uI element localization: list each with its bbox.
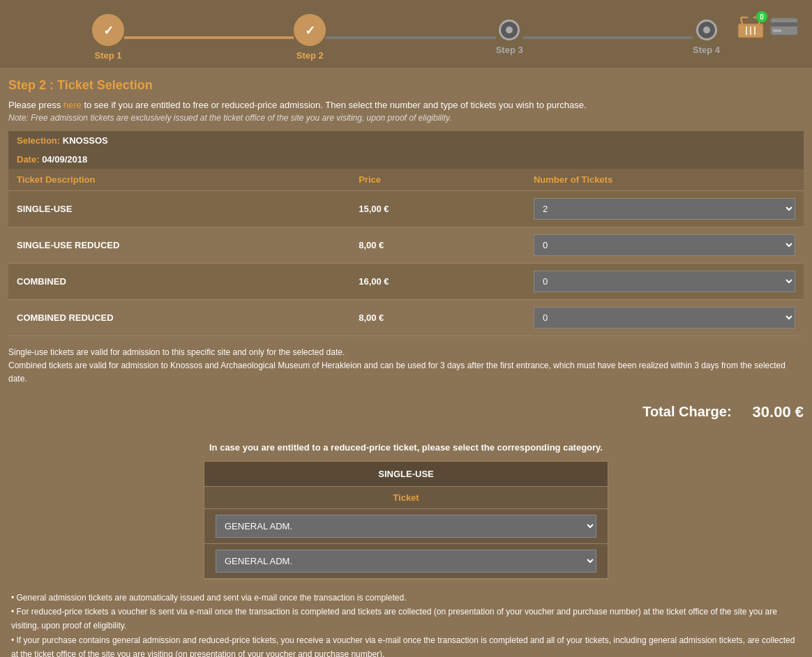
- info-text-prefix: Please press: [8, 100, 63, 110]
- step-1-label: Step 1: [94, 50, 121, 61]
- bullet-notes: • General admission tickets are automati…: [8, 591, 804, 657]
- ticket-description-2: COMBINED: [8, 264, 350, 300]
- progress-track: Step 1 Step 2 Step 3 Step 4: [92, 14, 720, 61]
- step-line-1-2: [124, 36, 294, 39]
- footer-note-2: Combined tickets are valid for admission…: [8, 359, 804, 386]
- table-row: SINGLE-USE REDUCED 8,00 € 0 1 2 3: [8, 227, 804, 264]
- step-1-wrapper: Step 1: [92, 14, 124, 61]
- step-2-label: Step 2: [296, 50, 324, 61]
- date-cell: Date: 04/09/2018: [8, 150, 804, 169]
- step-1-check-icon: [103, 22, 114, 38]
- step-3-circle: [499, 20, 520, 40]
- bullet-note-1: • General admission tickets are automati…: [11, 591, 801, 605]
- total-charge-value: 30.00 €: [753, 403, 804, 421]
- table-row: COMBINED REDUCED 8,00 € 0 1 2 3: [8, 300, 804, 336]
- reduced-notice: In case you are entitled to a reduced-pr…: [8, 442, 804, 453]
- step-2-check-icon: [305, 22, 315, 38]
- progress-bar-section: Step 1 Step 2 Step 3 Step 4: [0, 0, 812, 68]
- selection-label: Selection:: [17, 135, 60, 146]
- svg-rect-6: [773, 29, 781, 32]
- top-right-icons: 0: [737, 14, 798, 41]
- table-row: SINGLE-USE 15,00 € 2 0 1 3 4 5: [8, 191, 804, 227]
- table-row: COMBINED 16,00 € 0 1 2 3: [8, 264, 804, 300]
- step-3-inner: [506, 27, 513, 33]
- bullet-note-3: • If your purchase contains general admi…: [11, 633, 801, 657]
- ticket-qty-cell-2: 0 1 2 3: [525, 264, 804, 300]
- info-text: Please press here to see if you are enti…: [8, 100, 804, 110]
- category-select-row-1: GENERAL ADM. REDUCED FREE: [204, 544, 608, 579]
- total-charge-row: Total Charge: 30.00 €: [8, 396, 804, 428]
- here-link[interactable]: here: [63, 100, 82, 110]
- step-4-wrapper: Step 4: [693, 20, 720, 55]
- page-title: Step 2 : Ticket Selection: [8, 78, 804, 93]
- ticket-price-2: 16,00 €: [350, 264, 525, 300]
- ticket-price-0: 15,00 €: [350, 191, 525, 227]
- card-icon: [770, 16, 798, 39]
- col-header-price: Price: [350, 169, 525, 191]
- col-header-row: Ticket Description Price Number of Ticke…: [8, 169, 804, 191]
- selection-value: KNOSSOS: [63, 135, 108, 146]
- step-3-label: Step 3: [496, 45, 523, 55]
- bullet-note-2: • For reduced-price tickets a voucher is…: [11, 605, 801, 633]
- category-select-1[interactable]: GENERAL ADM. REDUCED FREE: [216, 550, 596, 573]
- selection-row: Selection: KNOSSOS: [8, 131, 804, 150]
- ticket-description-0: SINGLE-USE: [8, 191, 350, 227]
- ticket-description-1: SINGLE-USE REDUCED: [8, 227, 350, 264]
- step-4-inner: [703, 27, 710, 33]
- ticket-table: Selection: KNOSSOS Date: 04/09/2018 Tick…: [8, 131, 804, 336]
- col-header-quantity: Number of Tickets: [525, 169, 804, 191]
- main-content: Step 2 : Ticket Selection Please press h…: [0, 68, 812, 657]
- footer-notes: Single-use tickets are valid for admissi…: [8, 346, 804, 386]
- ticket-qty-cell-0: 2 0 1 3 4 5: [525, 191, 804, 227]
- step-4-circle: [696, 20, 717, 40]
- date-row: Date: 04/09/2018: [8, 150, 804, 169]
- basket-icon-wrapper[interactable]: 0: [737, 14, 765, 41]
- category-box-ticket-label: Ticket: [204, 487, 608, 509]
- step-2-circle: [294, 14, 326, 46]
- step-2-wrapper: Step 2: [294, 14, 326, 61]
- step-4-label: Step 4: [693, 45, 720, 55]
- ticket-price-3: 8,00 €: [350, 300, 525, 336]
- category-select-0[interactable]: GENERAL ADM. REDUCED FREE: [216, 515, 596, 538]
- credit-card-icon: [770, 16, 798, 37]
- svg-rect-5: [771, 22, 797, 27]
- step-line-2-3: [326, 36, 495, 39]
- selection-cell: Selection: KNOSSOS: [8, 131, 804, 150]
- step-3-wrapper: Step 3: [496, 20, 523, 55]
- ticket-qty-select-2[interactable]: 0 1 2 3: [534, 271, 795, 292]
- total-charge-label: Total Charge:: [642, 404, 731, 420]
- col-header-description: Ticket Description: [8, 169, 350, 191]
- basket-count-badge: 0: [756, 11, 767, 22]
- date-value: 04/09/2018: [42, 154, 87, 165]
- ticket-qty-cell-3: 0 1 2 3: [525, 300, 804, 336]
- ticket-qty-cell-1: 0 1 2 3: [525, 227, 804, 264]
- step-1-circle: [92, 14, 124, 46]
- date-label: Date:: [17, 154, 40, 165]
- category-box: SINGLE-USE Ticket GENERAL ADM. REDUCED F…: [204, 461, 608, 580]
- category-box-header: SINGLE-USE: [204, 462, 608, 487]
- ticket-qty-select-1[interactable]: 0 1 2 3: [534, 234, 795, 256]
- info-text-suffix: to see if you are entitled to free or re…: [82, 100, 587, 110]
- ticket-qty-select-3[interactable]: 0 1 2 3: [534, 307, 795, 328]
- footer-note-1: Single-use tickets are valid for admissi…: [8, 346, 804, 359]
- ticket-qty-select-0[interactable]: 2 0 1 3 4 5: [534, 198, 795, 220]
- step-line-3-4: [523, 36, 693, 39]
- ticket-description-3: COMBINED REDUCED: [8, 300, 350, 336]
- ticket-price-1: 8,00 €: [350, 227, 525, 264]
- category-select-row-0: GENERAL ADM. REDUCED FREE: [204, 509, 608, 544]
- note-text: Note: Free admission tickets are exclusi…: [8, 113, 804, 123]
